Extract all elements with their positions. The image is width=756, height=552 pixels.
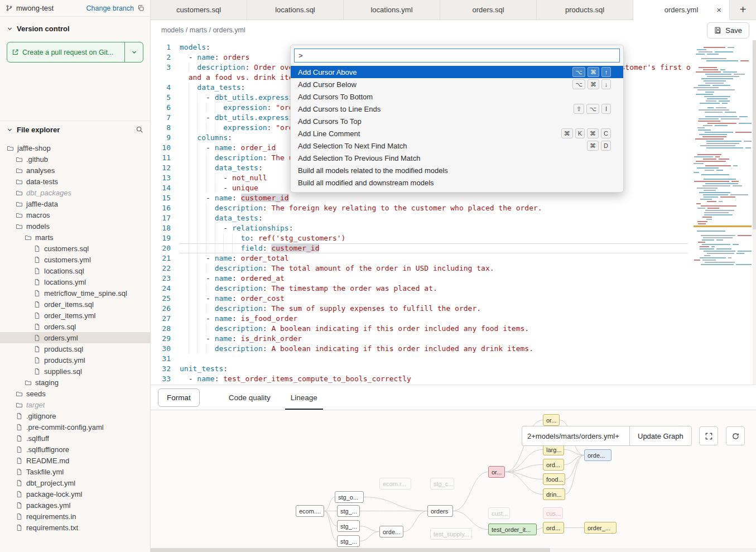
tab-orders.sql[interactable]: orders.sql bbox=[440, 0, 537, 20]
file-tree-item-order_items.yml[interactable]: order_items.yml bbox=[0, 310, 150, 321]
format-button[interactable]: Format bbox=[158, 388, 200, 407]
lineage-node-custG[interactable]: cust... bbox=[488, 507, 510, 519]
file-tree-item-customers.yml[interactable]: customers.yml bbox=[0, 254, 150, 265]
lineage-node-food[interactable]: food... bbox=[543, 473, 565, 485]
search-icon[interactable] bbox=[136, 126, 143, 133]
file-tree-item-marts[interactable]: marts bbox=[0, 232, 150, 243]
command-item[interactable]: Add Cursors To Top bbox=[291, 115, 623, 127]
file-tree-item-order_items.sql[interactable]: order_items.sql bbox=[0, 299, 150, 310]
lineage-node-testsupG[interactable]: test_supply... bbox=[430, 528, 472, 540]
lineage-node-ordeTop[interactable]: orde... bbox=[584, 449, 611, 461]
file-tree-item-.pre-commit-config.yaml[interactable]: .pre-commit-config.yaml bbox=[0, 421, 150, 433]
new-tab-button[interactable]: + bbox=[730, 0, 756, 20]
code-line[interactable]: 30 description: A boolean indicating if … bbox=[151, 344, 756, 354]
file-tree-item-orders.sql[interactable]: orders.sql bbox=[0, 321, 150, 332]
version-control-header[interactable]: Version control bbox=[7, 25, 143, 33]
file-tree-item-.sqlfluff[interactable]: .sqlfluff bbox=[0, 433, 150, 444]
file-tree-item-products.yml[interactable]: products.yml bbox=[0, 354, 150, 366]
tab-locations.yml[interactable]: locations.yml bbox=[344, 0, 440, 20]
code-line[interactable]: 29 - name: is_drink_order bbox=[151, 334, 756, 344]
code-line[interactable]: 33 - name: test_order_items_compute_to_b… bbox=[151, 374, 756, 384]
tab-products.sql[interactable]: products.sql bbox=[537, 0, 633, 20]
file-tree-item-orders.yml[interactable]: orders.yml bbox=[0, 332, 150, 343]
command-palette-input[interactable] bbox=[294, 49, 620, 63]
file-tree-item-staging[interactable]: staging bbox=[0, 377, 150, 388]
lineage-node-ord1[interactable]: ord... bbox=[543, 459, 564, 471]
command-item[interactable]: Add Selection To Previous Find Match bbox=[291, 152, 623, 164]
minimap[interactable] bbox=[691, 42, 752, 288]
file-tree-item-analyses[interactable]: analyses bbox=[0, 165, 150, 176]
panel-tab-code-quality[interactable]: Code quality bbox=[219, 385, 281, 410]
code-line[interactable]: 22 description: The total amount of the … bbox=[151, 263, 756, 273]
file-tree-item-products.sql[interactable]: products.sql bbox=[0, 343, 150, 354]
create-pr-button[interactable]: Create a pull request on Git... bbox=[7, 42, 143, 63]
save-button[interactable]: Save bbox=[707, 22, 749, 39]
code-line[interactable]: 28 description: A boolean indicating if … bbox=[151, 324, 756, 334]
command-item[interactable]: Add Cursor Below⌥⌘↓ bbox=[291, 78, 623, 90]
lineage-node-stg2[interactable]: stg_... bbox=[337, 520, 360, 532]
file-tree-item-README.md[interactable]: README.md bbox=[0, 455, 150, 466]
copy-branch-icon[interactable] bbox=[137, 4, 145, 12]
lineage-node-cusG[interactable]: cus... bbox=[543, 507, 563, 519]
file-tree-item-locations.yml[interactable]: locations.yml bbox=[0, 276, 150, 287]
code-line[interactable]: 26 description: The sum of supply expens… bbox=[151, 304, 756, 314]
lineage-node-stg3[interactable]: stg_... bbox=[337, 535, 360, 547]
file-tree-item-packages.yml[interactable]: packages.yml bbox=[0, 500, 150, 511]
refresh-button[interactable] bbox=[726, 426, 745, 445]
file-tree-item-package-lock.yml[interactable]: package-lock.yml bbox=[0, 488, 150, 500]
code-line[interactable]: 27 - name: is_food_order bbox=[151, 314, 756, 324]
code-line[interactable]: 17 data_tests: bbox=[151, 213, 756, 223]
lineage-selector-input[interactable] bbox=[522, 426, 629, 446]
file-tree-item-.github[interactable]: .github bbox=[0, 153, 150, 165]
file-tree-item-locations.sql[interactable]: locations.sql bbox=[0, 265, 150, 276]
code-line[interactable]: 23 - name: ordered_at bbox=[151, 273, 756, 284]
file-tree-item-target[interactable]: target bbox=[0, 399, 150, 410]
code-line[interactable]: 21 - name: order_total bbox=[151, 253, 756, 263]
code-line[interactable]: 25 - name: order_cost bbox=[151, 294, 756, 304]
update-graph-button[interactable]: Update Graph bbox=[629, 426, 692, 446]
lineage-node-orPink[interactable]: or... bbox=[488, 466, 505, 478]
tab-customers.sql[interactable]: customers.sql bbox=[151, 0, 247, 20]
command-item[interactable]: Build all modified and downstream models bbox=[291, 176, 623, 189]
lineage-node-orders[interactable]: orders bbox=[427, 505, 453, 517]
file-explorer-header[interactable]: File explorer bbox=[0, 121, 150, 138]
lineage-node-order2[interactable]: order_... bbox=[584, 522, 617, 534]
file-tree-item-supplies.sql[interactable]: supplies.sql bbox=[0, 366, 150, 377]
command-item[interactable]: Add Line Comment⌘K⌘C bbox=[291, 127, 623, 140]
lineage-node-drin[interactable]: drin... bbox=[543, 488, 565, 500]
file-tree-item-data-tests[interactable]: data-tests bbox=[0, 176, 150, 187]
lineage-node-orTop[interactable]: or... bbox=[543, 414, 560, 426]
fullscreen-button[interactable] bbox=[699, 426, 718, 445]
lineage-node-ecom[interactable]: ecom.... bbox=[296, 505, 324, 517]
code-line[interactable]: 16 description: The foreign key relating… bbox=[151, 203, 756, 213]
panel-tab-lineage[interactable]: Lineage bbox=[281, 385, 328, 410]
command-item[interactable]: Add Cursor Above⌥⌘↑ bbox=[291, 66, 623, 78]
file-tree-item-Taskfile.yml[interactable]: Taskfile.yml bbox=[0, 466, 150, 477]
lineage-node-stg1[interactable]: stg_... bbox=[337, 505, 360, 517]
file-tree-item-dbt_packages[interactable]: dbt_packages bbox=[0, 187, 150, 198]
file-tree-item-jaffle-data[interactable]: jaffle-data bbox=[0, 198, 150, 209]
code-line[interactable]: 31 bbox=[151, 354, 756, 364]
tab-locations.sql[interactable]: locations.sql bbox=[247, 0, 344, 20]
file-tree-item-customers.sql[interactable]: customers.sql bbox=[0, 243, 150, 254]
file-tree-item-jaffle-shop[interactable]: jaffle-shop bbox=[0, 142, 150, 153]
change-branch-link[interactable]: Change branch bbox=[86, 4, 134, 12]
lineage-node-ord2[interactable]: ord... bbox=[543, 522, 564, 534]
file-tree-item-models[interactable]: models bbox=[0, 220, 150, 232]
lineage-node-stgcG[interactable]: stg_c... bbox=[430, 478, 454, 489]
horizontal-scrollbar[interactable] bbox=[151, 548, 756, 552]
pr-dropdown-button[interactable] bbox=[124, 42, 143, 62]
horizontal-scrollbar-thumb[interactable] bbox=[151, 548, 550, 552]
create-pr-main[interactable]: Create a pull request on Git... bbox=[7, 42, 124, 62]
editor-scrollbar[interactable] bbox=[753, 40, 756, 385]
file-tree-item-metricflow_time_spine.sql[interactable]: metricflow_time_spine.sql bbox=[0, 287, 150, 299]
command-item[interactable]: Build all models related to the modified… bbox=[291, 164, 623, 176]
code-line[interactable]: 20 field: customer_id bbox=[151, 243, 756, 253]
code-line[interactable]: 15 - name: customer_id bbox=[151, 193, 756, 203]
code-line[interactable]: 24 description: The timestamp the order … bbox=[151, 284, 756, 294]
code-line[interactable]: 18 - relationships: bbox=[151, 223, 756, 233]
command-item[interactable]: Add Selection To Next Find Match⌘D bbox=[291, 140, 623, 152]
editor-scrollbar-thumb[interactable] bbox=[753, 40, 756, 229]
code-line[interactable]: 32unit_tests: bbox=[151, 364, 756, 374]
code-line[interactable]: 19 to: ref('stg_customers') bbox=[151, 233, 756, 243]
